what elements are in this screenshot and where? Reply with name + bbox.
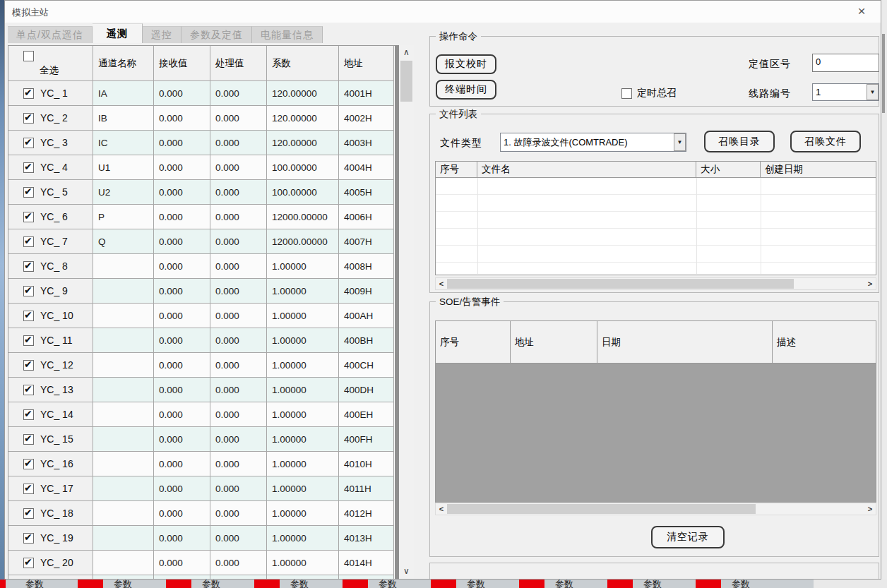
row-checkbox[interactable]: ✔ bbox=[23, 212, 34, 222]
table-row: ✔YC_ 1IA0.0000.000120.000004001H bbox=[8, 81, 394, 106]
chevron-down-icon: ▼ bbox=[870, 90, 876, 95]
table-cell: 0.000 bbox=[210, 378, 267, 402]
row-checkbox[interactable]: ✔ bbox=[23, 88, 34, 99]
scroll-right-icon[interactable]: > bbox=[864, 505, 876, 513]
table-cell: 4005H bbox=[339, 180, 394, 205]
file-table-empty-row bbox=[436, 229, 876, 246]
setting-zone-input[interactable]: 0 bbox=[812, 54, 879, 72]
row-select-cell: ✔YC_ 1 bbox=[8, 81, 93, 106]
table-cell: 1.00000 bbox=[267, 551, 339, 575]
table-row: ✔YC_ 200.0000.0001.000004014H bbox=[8, 551, 394, 575]
table-cell: 0.000 bbox=[210, 452, 267, 476]
table-cell: 0.000 bbox=[154, 304, 210, 328]
table-cell: 1.00000 bbox=[267, 427, 339, 452]
table-cell bbox=[93, 452, 154, 476]
scroll-up-icon[interactable]: ∧ bbox=[399, 45, 414, 59]
check-icon: ✔ bbox=[24, 260, 32, 271]
table-row: ✔YC_ 3IC0.0000.000120.000004003H bbox=[8, 131, 394, 155]
line-number-value: 1 bbox=[816, 87, 821, 97]
timed-call-checkbox[interactable] bbox=[621, 88, 632, 99]
file-type-select[interactable]: 1. 故障录波文件(COMTRADE) ▼ bbox=[500, 133, 686, 152]
row-label: YC_ 1 bbox=[40, 88, 68, 99]
line-number-select[interactable]: 1 ▼ bbox=[812, 83, 879, 101]
scroll-left-icon[interactable]: < bbox=[436, 280, 447, 288]
table-cell: 1.00000 bbox=[267, 501, 339, 526]
check-icon: ✔ bbox=[24, 112, 32, 123]
row-checkbox[interactable]: ✔ bbox=[23, 138, 34, 148]
row-checkbox[interactable]: ✔ bbox=[23, 484, 34, 494]
vertical-scrollbar-thumb[interactable] bbox=[400, 61, 412, 102]
close-icon[interactable]: × bbox=[852, 2, 871, 20]
tab-energy-info[interactable]: 电能量信息 bbox=[252, 26, 323, 43]
background-app-strip: 参数参数参数参数参数参数参数参数参数 bbox=[0, 580, 887, 588]
table-cell: 0.000 bbox=[210, 304, 267, 328]
row-checkbox[interactable]: ✔ bbox=[23, 360, 34, 371]
table-cell bbox=[93, 304, 154, 328]
terminal-time-button[interactable]: 终端时间 bbox=[436, 80, 496, 100]
table-cell: 4008H bbox=[339, 254, 394, 279]
row-checkbox[interactable]: ✔ bbox=[23, 187, 34, 198]
message-time-sync-button[interactable]: 报文校时 bbox=[436, 54, 496, 74]
table-cell: 400DH bbox=[339, 378, 394, 402]
line-number-dropdown-button[interactable]: ▼ bbox=[867, 84, 879, 100]
title-bar[interactable]: 模拟主站 × bbox=[5, 1, 881, 23]
row-checkbox[interactable]: ✔ bbox=[23, 311, 34, 321]
row-checkbox[interactable]: ✔ bbox=[23, 459, 34, 469]
select-all-label: 全选 bbox=[40, 64, 59, 77]
soe-col-date: 日期 bbox=[597, 321, 773, 363]
scrollbar-thumb[interactable] bbox=[447, 504, 756, 514]
table-cell: 0.000 bbox=[154, 378, 210, 402]
tab-telemetry[interactable]: 遥测 bbox=[93, 23, 143, 43]
clear-records-button[interactable]: 清空记录 bbox=[651, 526, 725, 548]
file-type-dropdown-button[interactable]: ▼ bbox=[674, 133, 686, 151]
table-cell: 0.000 bbox=[154, 476, 210, 501]
row-checkbox[interactable]: ✔ bbox=[23, 162, 34, 173]
scroll-down-icon[interactable]: ∨ bbox=[399, 564, 414, 578]
call-directory-button[interactable]: 召唤目录 bbox=[704, 131, 775, 152]
scrollbar-track[interactable] bbox=[447, 278, 864, 289]
table-cell bbox=[93, 279, 154, 304]
row-select-cell: ✔YC_ 10 bbox=[8, 304, 93, 328]
table-cell bbox=[93, 328, 154, 353]
table-cell: Q bbox=[93, 229, 154, 254]
select-all-checkbox[interactable] bbox=[23, 51, 34, 61]
row-checkbox[interactable]: ✔ bbox=[23, 508, 34, 519]
table-cell: IC bbox=[93, 131, 154, 155]
row-checkbox[interactable]: ✔ bbox=[23, 286, 34, 296]
file-table-horizontal-scrollbar[interactable]: < > bbox=[435, 277, 876, 290]
tab-remote-control[interactable]: 遥控 bbox=[143, 26, 181, 43]
row-checkbox[interactable]: ✔ bbox=[23, 335, 34, 346]
row-checkbox[interactable]: ✔ bbox=[23, 236, 34, 247]
row-select-cell: ✔YC_ 12 bbox=[8, 353, 93, 378]
background-red-block bbox=[519, 580, 544, 588]
row-checkbox[interactable]: ✔ bbox=[23, 533, 34, 544]
row-checkbox[interactable]: ✔ bbox=[23, 113, 34, 124]
table-cell: 0.000 bbox=[154, 501, 210, 526]
background-param-label: 参数 bbox=[25, 580, 44, 588]
row-checkbox[interactable]: ✔ bbox=[23, 409, 34, 420]
row-label: YC_ 16 bbox=[40, 458, 73, 469]
check-icon: ✔ bbox=[24, 383, 32, 395]
row-checkbox[interactable]: ✔ bbox=[23, 385, 34, 395]
check-icon: ✔ bbox=[24, 186, 32, 197]
tab-single-double-signal[interactable]: 单点/双点遥信 bbox=[8, 26, 93, 43]
scrollbar-track[interactable] bbox=[447, 503, 864, 515]
table-cell: 4013H bbox=[339, 526, 394, 551]
scroll-left-icon[interactable]: < bbox=[436, 505, 447, 513]
operation-command-group-title: 操作命令 bbox=[436, 30, 481, 43]
scroll-right-icon[interactable]: > bbox=[864, 280, 876, 288]
background-param-label: 参数 bbox=[114, 580, 132, 588]
row-checkbox[interactable]: ✔ bbox=[23, 558, 34, 568]
file-table-empty-row bbox=[436, 195, 876, 212]
soe-table-horizontal-scrollbar[interactable]: < > bbox=[435, 503, 876, 515]
table-row bbox=[8, 575, 394, 580]
tab-params-setting[interactable]: 参数及定值 bbox=[181, 26, 252, 43]
row-checkbox[interactable]: ✔ bbox=[23, 434, 34, 445]
check-icon: ✔ bbox=[24, 408, 32, 419]
row-checkbox[interactable]: ✔ bbox=[23, 261, 34, 272]
scrollbar-thumb[interactable] bbox=[447, 279, 794, 289]
table-cell: U1 bbox=[93, 155, 154, 180]
vertical-scrollbar[interactable]: ∧ ∨ bbox=[399, 45, 414, 580]
check-icon: ✔ bbox=[24, 210, 32, 222]
call-file-button[interactable]: 召唤文件 bbox=[790, 131, 861, 152]
